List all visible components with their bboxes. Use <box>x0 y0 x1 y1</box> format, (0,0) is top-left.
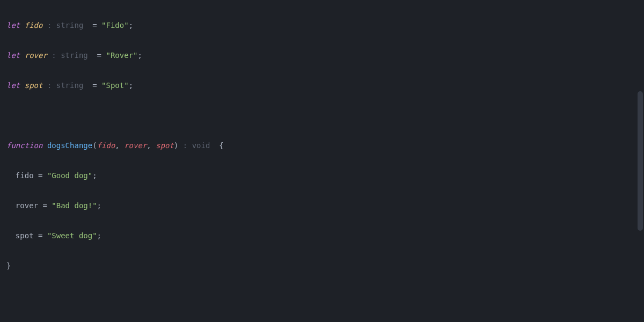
code-line: let spot : string = "Spot"; <box>6 78 638 93</box>
code-line <box>6 108 638 123</box>
code-editor[interactable]: let fido : string = "Fido"; let rover : … <box>0 0 644 322</box>
code-line: let fido : string = "Fido"; <box>6 18 638 33</box>
code-line: rover = "Bad dog!"; <box>6 198 638 213</box>
code-line: fido = "Good dog"; <box>6 168 638 183</box>
scrollbar-thumb[interactable] <box>638 91 643 231</box>
code-line: spot = "Sweet dog"; <box>6 228 638 243</box>
code-line: let rover : string = "Rover"; <box>6 48 638 63</box>
code-line: function dogsChange(fido, rover, spot) :… <box>6 138 638 153</box>
code-line: } <box>6 258 638 273</box>
code-line: dogsChange(fido, rover, spot); <box>6 318 638 322</box>
code-line <box>6 288 638 303</box>
